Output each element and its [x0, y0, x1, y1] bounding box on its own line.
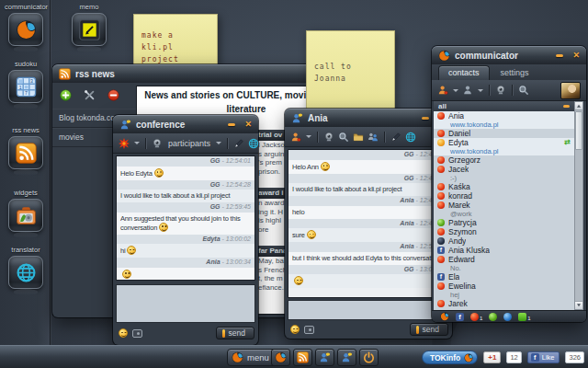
desktop-icon-memo[interactable]: memo	[68, 3, 110, 46]
contact-row[interactable]: konrad	[434, 191, 574, 201]
conference-message-input[interactable]	[116, 284, 255, 323]
scroll-up-arrow[interactable]	[575, 102, 582, 110]
desktop-icon-widgets[interactable]: widgets	[5, 189, 47, 232]
taskbar-button-rss-news[interactable]	[293, 349, 312, 366]
taskbar-button-chat-conference[interactable]	[337, 349, 356, 366]
contact-row[interactable]: Edyta ⇄	[434, 138, 574, 147]
facebook-like-button[interactable]: f Like	[527, 351, 560, 363]
emoticon-picker-icon[interactable]	[290, 325, 300, 334]
message-meta: GG - 12:54:01	[117, 156, 254, 167]
insert-image-icon[interactable]	[304, 326, 314, 334]
share-icon[interactable]: ⇄	[564, 139, 571, 146]
communicator-titlebar[interactable]: communicator ✕	[432, 46, 586, 64]
folder-icon[interactable]	[353, 132, 364, 143]
ania-titlebar[interactable]: Ania ✕	[285, 109, 452, 127]
add-participant-icon[interactable]	[368, 132, 379, 143]
contact-list-scrollbar[interactable]	[574, 101, 583, 310]
search-icon[interactable]	[518, 85, 529, 96]
status-starburst-icon[interactable]	[119, 138, 130, 149]
chevron-down-icon[interactable]	[134, 142, 140, 144]
taskbar-button-power[interactable]	[359, 349, 379, 366]
contact-row[interactable]: Jarek	[434, 299, 574, 308]
memo-icon	[79, 19, 100, 40]
chevron-down-icon[interactable]	[453, 89, 458, 92]
chevron-down-icon[interactable]	[478, 89, 483, 92]
webcam-icon[interactable]	[323, 132, 334, 143]
ania-footer: send	[288, 323, 448, 336]
contact-row[interactable]: Jacek	[434, 165, 574, 174]
contact-row[interactable]: Marek	[434, 201, 574, 210]
webcam-icon[interactable]	[495, 85, 506, 96]
communicator-logo-icon	[438, 50, 450, 62]
taskbar-button-chat-ania[interactable]	[315, 349, 334, 366]
contact-group-header[interactable]: all	[434, 101, 574, 111]
contact-row[interactable]: Kaśka	[434, 182, 574, 191]
desktop-icon-communicator[interactable]: communicator	[5, 3, 47, 46]
webcam-icon[interactable]	[152, 138, 163, 149]
close-button[interactable]: ✕	[572, 52, 580, 60]
contact-status-icon	[437, 256, 445, 263]
communicator-toolbar	[432, 80, 586, 101]
protocol-status[interactable]: f	[456, 313, 464, 321]
protocol-status[interactable]: 1	[470, 313, 482, 321]
participants-menu[interactable]: participants	[168, 139, 210, 148]
globe-icon[interactable]	[405, 132, 416, 143]
close-button[interactable]: ✕	[244, 121, 252, 129]
sticky-note[interactable]: make a kli.pl project	[133, 14, 218, 67]
contact-row[interactable]: Edward	[434, 255, 574, 264]
tools-icon[interactable]	[84, 89, 96, 101]
remove-feed-icon[interactable]	[107, 89, 119, 101]
desktop-icon-translator[interactable]: translator	[5, 246, 47, 289]
desktop-icon-sudoku[interactable]: sudoku	[5, 60, 47, 103]
protocol-status[interactable]: 1	[518, 313, 530, 321]
protocol-status[interactable]	[440, 312, 449, 321]
minimize-button[interactable]	[422, 117, 429, 120]
pen-icon[interactable]	[390, 132, 401, 143]
send-button[interactable]: send	[216, 327, 254, 339]
contact-row[interactable]: Andy	[434, 236, 574, 246]
user-avatar[interactable]	[560, 82, 581, 99]
contact-row[interactable]: Ewelina	[434, 282, 574, 291]
taskbar-button-communicator[interactable]	[271, 349, 290, 366]
chevron-down-icon[interactable]	[216, 142, 221, 144]
contact-link[interactable]: www.tokonda.pl	[434, 121, 574, 129]
contact-row[interactable]: Ania	[434, 111, 574, 121]
globe-icon[interactable]	[248, 138, 259, 149]
pen-icon[interactable]	[233, 138, 244, 149]
emoticon-picker-icon[interactable]	[119, 328, 128, 338]
contact-row[interactable]: f Ela	[434, 272, 574, 282]
send-button[interactable]: send	[410, 323, 448, 336]
tokinfo-button[interactable]: TOKinfo	[422, 351, 478, 364]
chevron-down-icon[interactable]	[306, 135, 311, 138]
sudoku-icon	[16, 76, 37, 98]
tab-contacts[interactable]: contacts	[438, 65, 490, 80]
minimize-button[interactable]	[556, 54, 563, 57]
tab-settings[interactable]: settings	[492, 66, 538, 80]
search-icon[interactable]	[338, 132, 349, 143]
insert-image-icon[interactable]	[132, 329, 142, 338]
ania-message-input[interactable]	[288, 300, 449, 320]
minimize-button[interactable]	[228, 123, 235, 126]
contact-row[interactable]: Patrycja	[434, 218, 574, 227]
fb-protocol-icon: f	[456, 313, 464, 321]
contact-row[interactable]: Szymon	[434, 227, 574, 236]
blue-protocol-icon	[503, 313, 512, 321]
message-meta: Ania - 12:49:24	[288, 219, 448, 229]
scroll-thumb[interactable]	[575, 111, 582, 150]
contact-status-icon[interactable]	[290, 132, 301, 143]
my-status-icon[interactable]	[437, 85, 448, 96]
scroll-down-arrow[interactable]	[575, 301, 582, 309]
protocol-status[interactable]	[489, 313, 497, 321]
google-plus-one-button[interactable]: +1	[483, 351, 501, 363]
group-collapse-button[interactable]	[563, 105, 570, 108]
conference-titlebar[interactable]: conference ✕	[113, 115, 258, 133]
person-icon	[341, 351, 353, 363]
contact-row[interactable]: Daniel	[434, 129, 574, 138]
desktop-icon-rss-news[interactable]: rss news	[5, 126, 47, 169]
contact-row[interactable]: Grzegorz	[434, 155, 574, 165]
contact-row[interactable]: f Ania Kluska	[434, 246, 574, 255]
protocol-status[interactable]	[503, 313, 512, 321]
add-feed-icon[interactable]	[60, 89, 72, 101]
contacts-view-icon[interactable]	[462, 85, 473, 96]
contact-link[interactable]: www.tokonda.pl	[434, 147, 574, 155]
